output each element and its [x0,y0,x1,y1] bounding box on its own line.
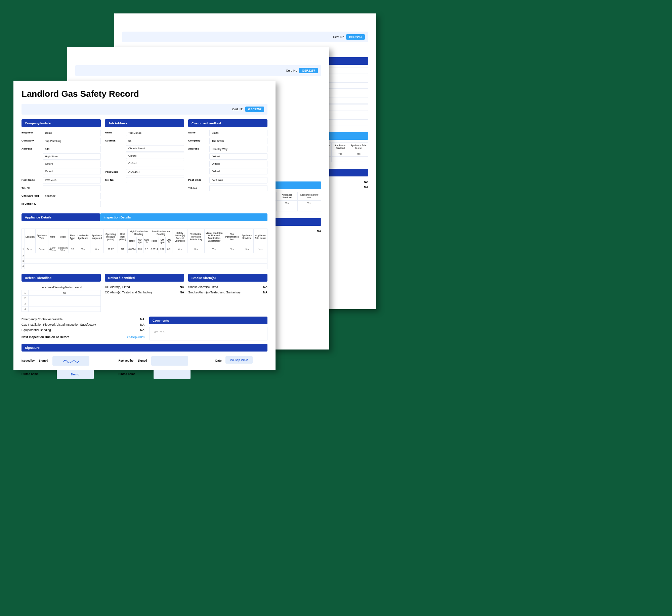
cust-addr3: Oxford [209,168,267,174]
job-name: Tom Jones [126,130,184,136]
checks-panel: Emergency Control AccessibleNA Gas Insta… [22,317,144,340]
table-row: 4 [22,264,267,269]
signature-date: 23-Sep-2002 [225,356,253,364]
table-row: 2 [22,253,267,258]
job-addr2: Oxford [126,153,184,159]
cust-addr0: Headley Way [209,146,267,152]
signature-header: Signature [22,344,267,352]
issued-printed-name: Demo [57,370,94,379]
check0-value: NA [140,318,144,321]
table-row: 3 [22,258,267,264]
job-addr1: Church Street [126,145,184,152]
cust-company: The Smith [209,138,267,144]
smoke-tested-value: NA [263,291,267,294]
comments-panel: Comments Type here... [149,317,267,340]
installer-panel: Company/Instaler EngineerDemo CompanyTop… [22,119,101,209]
next-inspection-date: 22-Sep-2023 [127,335,144,339]
installer-tel [43,185,101,191]
cust-postcode: OX3 40H [209,177,267,183]
labels-issued-header: Labels and Warning Notice Issued [22,284,101,290]
date-label: Date [215,356,221,364]
cert-no-badge: GSR2257 [245,107,264,112]
check2-label: Equipotential Bonding [22,328,51,332]
company-field: Top Plumbing [43,138,101,144]
signed-label-1: Signed [39,356,48,366]
cert-bar-front: Cert. No GSR2257 [22,104,267,115]
job-panel: Job Address NameTom Jones Address 56 Chu… [105,119,184,209]
defect-panel-1: Defect / Identified Labels and Warning N… [22,274,101,312]
received-signature-box[interactable] [151,356,188,366]
smoke-header: Smoke Alarm(s) [188,274,267,282]
co-tested-value: NA [180,291,184,294]
cust-name: Smith [209,130,267,136]
printed-name-label-1: Pinted name [22,370,39,379]
co-tested-label: CO Alarm(s) Tested and Sarifactory [105,291,152,294]
customer-panel: Customer/Landlord NameSmith CompanyThe S… [188,119,267,209]
job-addr0: 56 [126,138,184,144]
received-by-label: Reeived by [118,356,133,366]
smoke-fitted-value-back: NA [364,180,368,183]
installer-header: Company/Instaler [22,119,101,127]
issued-signature-box[interactable] [52,356,89,366]
cust-addr2: Oxford [209,161,267,167]
printed-name-label-2: Pinted name [118,370,135,379]
job-postcode: OX3 40H [126,169,184,175]
job-tel [126,177,184,183]
co-fitted-value: NA [180,285,184,289]
next-inspection-label: Next Inspection Due on or Before [22,335,70,339]
page-title: Landlord Gas Safety Record [22,89,267,99]
check1-value: NA [140,323,144,326]
job-header: Job Address [105,119,184,127]
received-printed-name [154,370,191,379]
defect-header-2: Defect / Identified [105,274,184,282]
comments-input[interactable]: Type here... [149,327,267,340]
table-header-row: Location Appliance Type Make Model Flue … [22,229,267,237]
inspection-header: Inspection Details [100,213,267,221]
appliance-header: Appliance Details [22,213,100,221]
defect-header-1: Defect / Identified [22,274,101,282]
installer-addr3: Oxford [43,168,101,174]
cust-tel [209,185,267,191]
labels-table: 1No 2 3 4 [22,290,101,312]
smoke-tested-label: Smoke Alarm(s) Tested and Sarifactory [188,291,241,294]
job-addr3: Oxford [126,160,184,166]
cert-no-badge: GSR2257 [346,34,365,40]
table-row: 1DemoDemoGlow WormFlexicom 35cxRS YesYes… [22,245,267,253]
cust-addr1: Oxford [209,153,267,160]
check1-label: Gas Installation Pipework Visual Inspect… [22,323,96,326]
cert-no-label: Cert. No [333,35,344,39]
issued-by-label: Issued by [22,356,35,366]
comments-header: Comments [149,317,267,324]
installer-addr0: 349 [43,146,101,152]
cert-no-label: Cert. No [232,108,244,111]
installer-addr2: Oxford [43,161,101,167]
smoke-fitted-label: Smoke Alarm(s) Fitted [188,285,218,289]
cert-bar: Cert. No GSR2257 [122,32,368,42]
customer-header: Customer/Landlord [188,119,267,127]
appliance-inspection-table: Location Appliance Type Make Model Flue … [22,229,267,269]
certificate-card-front: Landlord Gas Safety Record Cert. No GSR2… [13,81,276,370]
co-fitted-label: CO Alarm(s) Fitted [105,285,130,289]
smoke-fitted-value: NA [263,285,267,289]
installer-addr1: High Street [43,153,101,160]
check0-label: Emergency Control Accessible [22,318,62,321]
gas-safe-reg: 0928362 [43,193,101,199]
smoke-panel: Smoke Alarm(s) Smoke Alarm(s) FittedNA S… [188,274,267,312]
signed-label-2: Signed [137,356,147,366]
engineer-field: Demo [43,130,101,136]
id-card-no [43,201,101,207]
defect-panel-2: Defect / Identified CO Alarm(s) FittedNA… [105,274,184,312]
installer-postcode: OX3 4HS [43,177,101,183]
cert-bar2: Cert. No GSR2257 [75,65,321,76]
check2-value: NA [140,328,144,332]
smoke-tested-value-back: NA [364,186,368,189]
